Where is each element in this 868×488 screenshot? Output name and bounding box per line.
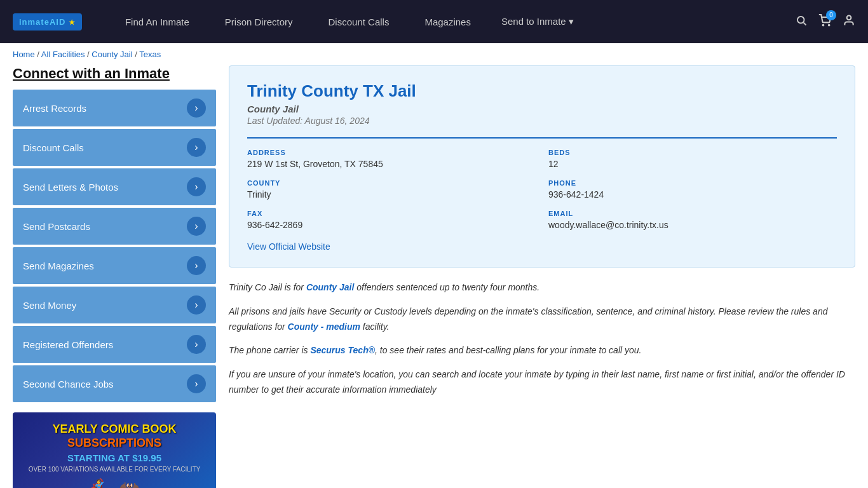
county-jail-link[interactable]: County Jail <box>306 282 354 292</box>
nav-links: Find An Inmate Prison Directory Discount… <box>107 0 796 43</box>
ad-title-line2: SUBSCRIPTIONS <box>67 437 161 451</box>
search-icon[interactable] <box>796 15 807 29</box>
svg-point-2 <box>823 24 824 25</box>
sidebar-send-magazines[interactable]: Send Magazines › <box>13 247 216 284</box>
facility-card: Trinity County TX Jail County Jail Last … <box>229 65 855 268</box>
desc-para4-prefix: If you are unsure of your inmate's locat… <box>229 369 845 395</box>
county-block: COUNTY Trinity <box>247 179 536 200</box>
sidebar-arrest-records-label: Arrest Records <box>23 103 86 114</box>
arrow-icon: › <box>187 295 206 315</box>
desc-para1-prefix: Trinity Co Jail is for <box>229 282 306 292</box>
official-website-anchor[interactable]: View Official Website <box>247 241 330 252</box>
ad-title-line1: YEARLY COMIC BOOK <box>52 423 176 437</box>
svg-line-1 <box>803 22 806 25</box>
facility-type: County Jail <box>247 104 837 114</box>
logo[interactable]: inmateAID ★ <box>13 13 82 30</box>
sidebar: Connect with an Inmate Arrest Records › … <box>13 65 216 488</box>
ad-note: OVER 100 VARIATIONS AVAILABLE FOR EVERY … <box>29 466 201 473</box>
sidebar-discount-calls[interactable]: Discount Calls › <box>13 129 216 166</box>
desc-para3-prefix: The phone carrier is <box>229 345 310 355</box>
sidebar-second-chance-jobs[interactable]: Second Chance Jobs › <box>13 365 216 402</box>
arrow-icon: › <box>187 256 206 275</box>
email-block: EMAIL woody.wallace@co.trinity.tx.us <box>548 210 837 230</box>
logo-accent: AID <box>50 17 65 27</box>
facility-updated: Last Updated: August 16, 2024 <box>247 116 837 126</box>
arrow-icon: › <box>187 98 206 118</box>
breadcrumb-texas[interactable]: Texas <box>139 50 161 59</box>
fax-block: FAX 936-642-2869 <box>247 210 536 230</box>
logo-star: ★ <box>69 18 76 26</box>
facility-name: Trinity County TX Jail <box>247 81 837 101</box>
breadcrumb-home[interactable]: Home <box>13 50 35 59</box>
nav-find-inmate[interactable]: Find An Inmate <box>107 0 207 43</box>
desc-para1-suffix: offenders sentenced up to twenty four mo… <box>354 282 539 292</box>
phone-label: PHONE <box>548 179 837 187</box>
cart-icon[interactable]: 0 <box>818 14 831 30</box>
nav-send-to-inmate[interactable]: Send to Inmate ▾ <box>489 0 587 43</box>
phone-value: 936-642-1424 <box>548 189 837 200</box>
desc-para3: The phone carrier is Securus Tech®, to s… <box>229 343 855 358</box>
sidebar-send-letters[interactable]: Send Letters & Photos › <box>13 168 216 205</box>
nav-discount-calls[interactable]: Discount Calls <box>311 0 407 43</box>
beds-block: BEDS 12 <box>548 149 837 169</box>
facility-description: Trinity Co Jail is for County Jail offen… <box>229 280 855 413</box>
beds-value: 12 <box>548 159 837 169</box>
sidebar-advertisement[interactable]: YEARLY COMIC BOOK SUBSCRIPTIONS STARTING… <box>13 412 216 488</box>
cart-badge: 0 <box>826 10 836 20</box>
arrow-icon: › <box>187 335 206 354</box>
arrow-icon: › <box>187 217 206 236</box>
desc-para4: If you are unsure of your inmate's locat… <box>229 367 855 398</box>
desc-para3-suffix: , to see their rates and best-calling pl… <box>375 345 641 355</box>
arrow-icon: › <box>187 177 206 196</box>
content-area: Trinity County TX Jail County Jail Last … <box>229 65 855 488</box>
nav-prison-directory[interactable]: Prison Directory <box>207 0 311 43</box>
sidebar-second-chance-jobs-label: Second Chance Jobs <box>23 379 114 390</box>
nav-icons: 0 <box>796 14 855 30</box>
sidebar-send-letters-label: Send Letters & Photos <box>23 182 118 193</box>
user-icon[interactable] <box>843 14 855 30</box>
sidebar-send-money-label: Send Money <box>23 300 76 311</box>
fax-label: FAX <box>247 210 536 217</box>
sidebar-registered-offenders-label: Registered Offenders <box>23 339 113 350</box>
desc-para1: Trinity Co Jail is for County Jail offen… <box>229 280 855 295</box>
ad-characters-icon: 🦸 🦇 <box>86 478 143 488</box>
sidebar-title: Connect with an Inmate <box>13 65 216 82</box>
breadcrumb-county-jail[interactable]: County Jail <box>92 50 132 59</box>
sidebar-menu: Arrest Records › Discount Calls › Send L… <box>13 90 216 402</box>
beds-label: BEDS <box>548 149 837 156</box>
sidebar-discount-calls-label: Discount Calls <box>23 142 84 153</box>
arrow-icon: › <box>187 374 206 393</box>
securus-tech-link[interactable]: Securus Tech® <box>310 345 375 355</box>
desc-para2: All prisons and jails have Security or C… <box>229 304 855 335</box>
navbar: inmateAID ★ Find An Inmate Prison Direct… <box>0 0 868 43</box>
email-label: EMAIL <box>548 210 837 217</box>
ad-price: STARTING AT $19.95 <box>67 452 161 463</box>
county-medium-link[interactable]: County - medium <box>288 322 360 332</box>
nav-magazines[interactable]: Magazines <box>407 0 489 43</box>
email-value: woody.wallace@co.trinity.tx.us <box>548 220 837 230</box>
address-label: ADDRESS <box>247 149 536 156</box>
sidebar-send-postcards[interactable]: Send Postcards › <box>13 208 216 245</box>
desc-para2-suffix: facility. <box>360 322 390 332</box>
svg-point-0 <box>797 17 804 24</box>
address-block: ADDRESS 219 W 1st St, Groveton, TX 75845 <box>247 149 536 169</box>
svg-point-4 <box>847 15 851 20</box>
phone-block: PHONE 936-642-1424 <box>548 179 837 200</box>
sidebar-send-postcards-label: Send Postcards <box>23 221 90 232</box>
svg-point-3 <box>829 24 830 25</box>
facility-details: ADDRESS 219 W 1st St, Groveton, TX 75845… <box>247 137 837 230</box>
fax-value: 936-642-2869 <box>247 220 536 230</box>
logo-text: inmate <box>19 17 50 27</box>
address-value: 219 W 1st St, Groveton, TX 75845 <box>247 159 536 169</box>
main-container: Connect with an Inmate Arrest Records › … <box>0 65 868 488</box>
breadcrumb-all-facilities[interactable]: All Facilities <box>41 50 85 59</box>
sidebar-send-money[interactable]: Send Money › <box>13 287 216 323</box>
sidebar-send-magazines-label: Send Magazines <box>23 261 94 271</box>
sidebar-arrest-records[interactable]: Arrest Records › <box>13 90 216 126</box>
county-label: COUNTY <box>247 179 536 187</box>
sidebar-registered-offenders[interactable]: Registered Offenders › <box>13 326 216 363</box>
official-website-link[interactable]: View Official Website <box>247 241 837 252</box>
county-value: Trinity <box>247 189 536 200</box>
arrow-icon: › <box>187 138 206 157</box>
breadcrumb: Home / All Facilities / County Jail / Te… <box>0 43 868 65</box>
